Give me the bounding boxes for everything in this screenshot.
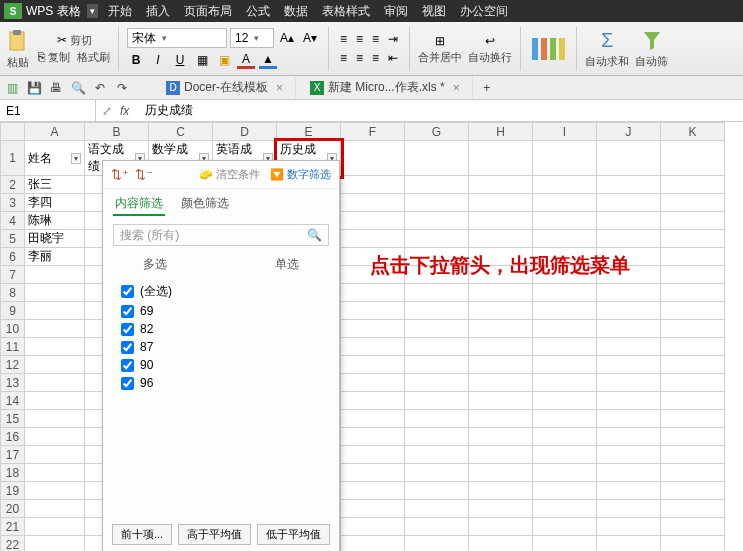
tab-docer-close[interactable]: ×: [272, 81, 287, 95]
cell-H20[interactable]: [469, 500, 533, 518]
cell-I14[interactable]: [533, 392, 597, 410]
cell-F10[interactable]: [341, 320, 405, 338]
cell-I22[interactable]: [533, 536, 597, 552]
italic-button[interactable]: I: [149, 51, 167, 69]
tab-docer[interactable]: D Docer-在线模板 ×: [158, 77, 296, 98]
cell-K5[interactable]: [661, 230, 725, 248]
cell-F18[interactable]: [341, 464, 405, 482]
menu-view[interactable]: 视图: [422, 3, 446, 20]
row-header[interactable]: 21: [1, 518, 25, 536]
cell-F5[interactable]: [341, 230, 405, 248]
cell-F4[interactable]: [341, 212, 405, 230]
cell-G1[interactable]: [405, 141, 469, 176]
cell-F20[interactable]: [341, 500, 405, 518]
clear-filter-button[interactable]: 🧽 清空条件: [199, 167, 260, 182]
new-file-icon[interactable]: ▥: [4, 80, 20, 96]
cell-A4[interactable]: 陈琳: [25, 212, 85, 230]
cell-J14[interactable]: [597, 392, 661, 410]
cell-A16[interactable]: [25, 428, 85, 446]
cell-F19[interactable]: [341, 482, 405, 500]
cell-A15[interactable]: [25, 410, 85, 428]
cell-K4[interactable]: [661, 212, 725, 230]
cell-H1[interactable]: [469, 141, 533, 176]
row-header[interactable]: 9: [1, 302, 25, 320]
above-avg-button[interactable]: 高于平均值: [178, 524, 251, 545]
number-filter-button[interactable]: 🔽 数字筛选: [270, 167, 331, 182]
menu-home[interactable]: 开始: [108, 3, 132, 20]
col-header-J[interactable]: J: [597, 123, 661, 141]
row-header[interactable]: 6: [1, 248, 25, 266]
cell-G9[interactable]: [405, 302, 469, 320]
row-header[interactable]: 15: [1, 410, 25, 428]
autosum-icon[interactable]: Σ: [598, 28, 616, 53]
cell-F8[interactable]: [341, 284, 405, 302]
cell-A13[interactable]: [25, 374, 85, 392]
row-header[interactable]: 13: [1, 374, 25, 392]
cell-H19[interactable]: [469, 482, 533, 500]
cut-button[interactable]: 剪切: [70, 33, 92, 48]
cell-J9[interactable]: [597, 302, 661, 320]
formula-value[interactable]: 历史成绩: [145, 102, 193, 119]
cell-J13[interactable]: [597, 374, 661, 392]
cell-G22[interactable]: [405, 536, 469, 552]
cell-J21[interactable]: [597, 518, 661, 536]
wrap-text-icon[interactable]: ↩: [482, 33, 498, 49]
cell-I5[interactable]: [533, 230, 597, 248]
cell-G4[interactable]: [405, 212, 469, 230]
cell-K2[interactable]: [661, 176, 725, 194]
row-header[interactable]: 14: [1, 392, 25, 410]
fill-color-button[interactable]: ▣: [215, 51, 233, 69]
cell-J3[interactable]: [597, 194, 661, 212]
cell-J12[interactable]: [597, 356, 661, 374]
cell-I13[interactable]: [533, 374, 597, 392]
cell-A3[interactable]: 李四: [25, 194, 85, 212]
tab-workbook-close[interactable]: ×: [449, 81, 464, 95]
cell-A10[interactable]: [25, 320, 85, 338]
cell-I8[interactable]: [533, 284, 597, 302]
menu-workspace[interactable]: 办公空间: [460, 3, 508, 20]
highlight-button[interactable]: ▲: [259, 51, 277, 69]
content-filter-tab[interactable]: 内容筛选: [113, 193, 165, 216]
cell-A1[interactable]: 姓名▾: [25, 141, 85, 176]
cell-I2[interactable]: [533, 176, 597, 194]
cell-K16[interactable]: [661, 428, 725, 446]
cell-I15[interactable]: [533, 410, 597, 428]
font-color-button[interactable]: A: [237, 51, 255, 69]
undo-icon[interactable]: ↶: [92, 80, 108, 96]
new-tab-button[interactable]: +: [479, 80, 495, 96]
cell-A18[interactable]: [25, 464, 85, 482]
expand-icon[interactable]: ⤢: [102, 104, 112, 118]
row-header[interactable]: 17: [1, 446, 25, 464]
filter-item-checkbox[interactable]: [121, 285, 134, 298]
cell-A6[interactable]: 李丽: [25, 248, 85, 266]
cell-G2[interactable]: [405, 176, 469, 194]
cell-J1[interactable]: [597, 141, 661, 176]
cell-K13[interactable]: [661, 374, 725, 392]
cell-I20[interactable]: [533, 500, 597, 518]
redo-icon[interactable]: ↷: [114, 80, 130, 96]
filter-item[interactable]: 69: [121, 302, 321, 320]
cell-I17[interactable]: [533, 446, 597, 464]
cell-J4[interactable]: [597, 212, 661, 230]
col-header-E[interactable]: E: [277, 123, 341, 141]
cell-I10[interactable]: [533, 320, 597, 338]
cell-A7[interactable]: [25, 266, 85, 284]
borders-button[interactable]: ▦: [193, 51, 211, 69]
app-name-dropdown[interactable]: ▾: [87, 4, 98, 18]
cell-J16[interactable]: [597, 428, 661, 446]
cell-H9[interactable]: [469, 302, 533, 320]
filter-item-checkbox[interactable]: [121, 359, 134, 372]
col-header-A[interactable]: A: [25, 123, 85, 141]
cell-I12[interactable]: [533, 356, 597, 374]
cell-K6[interactable]: [661, 248, 725, 266]
color-filter-tab[interactable]: 颜色筛选: [179, 193, 231, 216]
cell-H14[interactable]: [469, 392, 533, 410]
cell-A12[interactable]: [25, 356, 85, 374]
corner-cell[interactable]: [1, 123, 25, 141]
cell-A5[interactable]: 田晓宇: [25, 230, 85, 248]
cell-H4[interactable]: [469, 212, 533, 230]
cell-A14[interactable]: [25, 392, 85, 410]
cell-K14[interactable]: [661, 392, 725, 410]
fx-icon[interactable]: fx: [120, 104, 129, 118]
cell-F11[interactable]: [341, 338, 405, 356]
